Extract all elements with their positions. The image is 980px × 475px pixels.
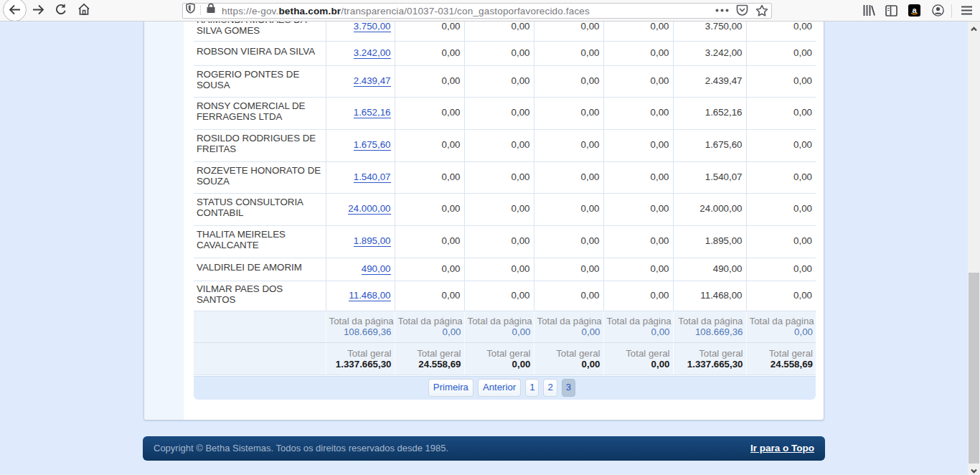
svg-text:a: a: [912, 6, 917, 14]
